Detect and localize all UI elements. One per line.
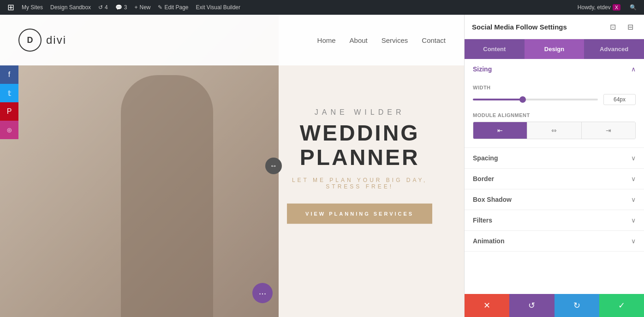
alignment-label: Module Alignment bbox=[473, 112, 636, 118]
instagram-icon: ◎ bbox=[7, 127, 12, 133]
search-button[interactable]: 🔍 bbox=[626, 0, 640, 15]
design-sandbox-link[interactable]: Design Sandbox bbox=[47, 0, 95, 15]
spacing-section-header[interactable]: Spacing ∨ bbox=[465, 148, 644, 168]
pinterest-button[interactable]: P bbox=[0, 102, 18, 121]
sizing-title: Sizing bbox=[473, 65, 492, 73]
sizing-chevron: ∧ bbox=[631, 65, 636, 73]
howdy-menu[interactable]: Howdy, etdev X bbox=[574, 0, 624, 15]
twitter-button[interactable]: 𝕥 bbox=[0, 84, 18, 102]
panel-tabs: Content Design Advanced bbox=[465, 39, 644, 59]
restore-icon: ↻ bbox=[573, 300, 580, 311]
box-shadow-section: Box Shadow ∨ bbox=[465, 189, 644, 210]
my-sites-label: My Sites bbox=[22, 4, 43, 11]
panel-header: Social Media Follow Settings ⊡ ⊟ bbox=[465, 15, 644, 39]
settings-panel: Social Media Follow Settings ⊡ ⊟ Content… bbox=[464, 15, 644, 317]
width-slider-track[interactable] bbox=[473, 99, 598, 100]
animation-chevron: ∨ bbox=[631, 237, 636, 245]
plus-icon: + bbox=[134, 4, 137, 11]
animation-section: Animation ∨ bbox=[465, 231, 644, 252]
align-left-icon: ⇤ bbox=[497, 127, 503, 134]
expand-icon[interactable]: ⊟ bbox=[624, 20, 637, 33]
spacing-section: Spacing ∨ bbox=[465, 148, 644, 169]
slider-fill bbox=[473, 99, 523, 100]
new-label: New bbox=[139, 4, 150, 11]
collapse-icon[interactable]: ⊡ bbox=[606, 20, 619, 33]
restore-button[interactable]: ↻ bbox=[555, 294, 599, 317]
reset-button[interactable]: ↺ bbox=[509, 294, 554, 317]
site-preview: D divi Home About Services Contact f 𝕥 P bbox=[0, 15, 464, 317]
revisions-icon: ↺ bbox=[98, 4, 103, 11]
width-input[interactable] bbox=[603, 94, 636, 105]
facebook-button[interactable]: f bbox=[0, 65, 18, 84]
hero-text: JANE WILDER WEDDING PLANNER LET ME PLAN … bbox=[255, 99, 464, 233]
drag-handle-button[interactable]: ↔ bbox=[265, 158, 282, 174]
width-row bbox=[473, 94, 636, 105]
nav-home[interactable]: Home bbox=[317, 36, 336, 44]
animation-title: Animation bbox=[473, 237, 504, 245]
couple-figure bbox=[121, 75, 213, 317]
nav-services[interactable]: Services bbox=[382, 36, 408, 44]
cancel-button[interactable]: ✕ bbox=[465, 294, 509, 317]
logo-letter: D bbox=[27, 35, 33, 45]
align-center-icon: ⇔ bbox=[551, 127, 557, 134]
sizing-section-content: Width Module Alignment ⇤ ⇔ bbox=[465, 79, 644, 148]
wp-logo[interactable]: ⊞ bbox=[4, 0, 18, 15]
instagram-button[interactable]: ◎ bbox=[0, 121, 18, 139]
main-area: D divi Home About Services Contact f 𝕥 P bbox=[0, 15, 644, 317]
user-badge: X bbox=[613, 4, 620, 11]
border-title: Border bbox=[473, 175, 494, 182]
save-icon: ✓ bbox=[618, 300, 625, 311]
pinterest-icon: P bbox=[7, 107, 12, 116]
logo-circle: D bbox=[18, 29, 42, 52]
edit-page-link[interactable]: ✎ Edit Page bbox=[154, 0, 192, 15]
border-section: Border ∨ bbox=[465, 169, 644, 189]
new-content-button[interactable]: + New bbox=[131, 0, 154, 15]
reset-icon: ↺ bbox=[528, 300, 535, 311]
tab-design[interactable]: Design bbox=[525, 39, 584, 59]
hero-title: WEDDING PLANNER bbox=[274, 121, 446, 170]
comments-link[interactable]: 💬 3 bbox=[112, 0, 131, 15]
save-button[interactable]: ✓ bbox=[599, 294, 644, 317]
filters-chevron: ∨ bbox=[631, 217, 636, 224]
tab-advanced[interactable]: Advanced bbox=[584, 39, 644, 59]
search-icon: 🔍 bbox=[630, 4, 637, 11]
filters-section-header[interactable]: Filters ∨ bbox=[465, 210, 644, 230]
fab-button[interactable]: ··· bbox=[252, 283, 273, 303]
align-right-icon: ⇥ bbox=[606, 127, 611, 134]
dots-icon: ··· bbox=[259, 288, 267, 299]
border-chevron: ∨ bbox=[631, 175, 636, 182]
exit-label: Exit Visual Builder bbox=[196, 4, 241, 11]
admin-bar-right: Howdy, etdev X 🔍 bbox=[574, 0, 640, 15]
width-label: Width bbox=[473, 85, 636, 90]
filters-title: Filters bbox=[473, 217, 492, 224]
facebook-icon: f bbox=[8, 70, 10, 79]
nav-contact[interactable]: Contact bbox=[422, 36, 446, 44]
hero-cta-button[interactable]: VIEW PLANNING SERVICES bbox=[287, 203, 432, 223]
drag-icon: ↔ bbox=[270, 162, 277, 170]
animation-section-header[interactable]: Animation ∨ bbox=[465, 231, 644, 251]
spacing-chevron: ∨ bbox=[631, 154, 636, 162]
my-sites-menu[interactable]: My Sites bbox=[18, 0, 47, 15]
panel-header-icons: ⊡ ⊟ bbox=[606, 20, 637, 33]
filters-section: Filters ∨ bbox=[465, 210, 644, 231]
site-logo: D divi bbox=[18, 29, 66, 52]
spacing-title: Spacing bbox=[473, 154, 498, 162]
sizing-section-header[interactable]: Sizing ∧ bbox=[465, 59, 644, 79]
box-shadow-section-header[interactable]: Box Shadow ∨ bbox=[465, 189, 644, 210]
revisions-link[interactable]: ↺ 4 bbox=[95, 0, 112, 15]
edit-page-label: Edit Page bbox=[164, 4, 188, 11]
howdy-text: Howdy, etdev bbox=[578, 4, 611, 11]
tab-content[interactable]: Content bbox=[465, 39, 525, 59]
exit-visual-builder-link[interactable]: Exit Visual Builder bbox=[192, 0, 244, 15]
nav-about[interactable]: About bbox=[350, 36, 368, 44]
slider-thumb[interactable] bbox=[519, 96, 526, 103]
panel-footer: ✕ ↺ ↻ ✓ bbox=[465, 294, 644, 317]
pencil-icon: ✎ bbox=[158, 4, 162, 11]
align-center-button[interactable]: ⇔ bbox=[527, 122, 581, 139]
admin-bar: ⊞ My Sites Design Sandbox ↺ 4 💬 3 + New … bbox=[0, 0, 644, 15]
wordpress-icon: ⊞ bbox=[7, 2, 14, 12]
align-left-button[interactable]: ⇤ bbox=[473, 122, 527, 139]
border-section-header[interactable]: Border ∨ bbox=[465, 169, 644, 189]
align-right-button[interactable]: ⇥ bbox=[582, 122, 635, 139]
panel-body: Sizing ∧ Width Module Alignment ⇤ bbox=[465, 59, 644, 294]
